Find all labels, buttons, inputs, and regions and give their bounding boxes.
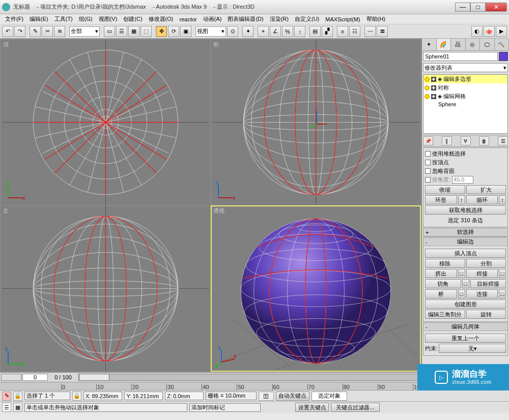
- angle-snap-button[interactable]: ∠: [270, 26, 281, 37]
- align-button[interactable]: ≡: [337, 26, 348, 37]
- extrude-button[interactable]: 挤出: [425, 269, 457, 278]
- layers-button[interactable]: ☷: [349, 26, 360, 37]
- get-stack-sel-button[interactable]: 获取堆栈选择: [425, 205, 506, 215]
- hierarchy-tab[interactable]: 品: [451, 39, 466, 50]
- snap-toggle-button[interactable]: ⌖: [258, 26, 269, 37]
- pivot-button[interactable]: ⊙: [227, 26, 238, 37]
- soft-selection-rollout[interactable]: +软选择: [423, 228, 508, 237]
- material-editor-button[interactable]: ◐: [471, 26, 483, 37]
- object-name-input[interactable]: [423, 52, 498, 61]
- menu-render[interactable]: 渲染(R): [267, 14, 292, 24]
- insert-vertex-button[interactable]: 插入顶点: [425, 249, 506, 258]
- target-weld-button[interactable]: 目标焊接: [470, 279, 506, 288]
- key-mode-icon[interactable]: ⚿: [259, 392, 274, 401]
- bridge-settings-button[interactable]: □: [458, 289, 465, 298]
- scale-button[interactable]: ▣: [180, 26, 191, 37]
- split-button[interactable]: 分割: [466, 259, 506, 268]
- shrink-button[interactable]: 收缩: [425, 185, 465, 194]
- repeat-last-button[interactable]: 重复上一个: [425, 334, 506, 343]
- make-unique-button[interactable]: ∀: [461, 136, 471, 145]
- menu-maxscript[interactable]: MAXScript(M): [322, 15, 363, 23]
- minimize-button[interactable]: —: [455, 3, 470, 12]
- remove-button[interactable]: 移除: [425, 259, 465, 268]
- menu-views[interactable]: 视图(V): [96, 14, 121, 24]
- menu-help[interactable]: 帮助(H): [363, 14, 388, 24]
- chamfer-button[interactable]: 切角: [425, 279, 461, 288]
- turn-button[interactable]: 旋转: [466, 310, 506, 319]
- connect-settings-button[interactable]: □: [499, 289, 506, 298]
- key-filters-button[interactable]: 关键点过滤器...: [331, 403, 380, 412]
- configure-sets-button[interactable]: ☰: [498, 136, 508, 145]
- z-coord-field[interactable]: Z:: [165, 392, 204, 400]
- time-slider-thumb[interactable]: [79, 374, 109, 381]
- render-scene-button[interactable]: 🫖: [484, 26, 495, 37]
- select-button[interactable]: ▭: [104, 26, 115, 37]
- maximize-button[interactable]: □: [470, 3, 486, 12]
- show-end-result-button[interactable]: ∥: [442, 136, 452, 145]
- ring-spinner[interactable]: ↕: [458, 195, 465, 204]
- remove-modifier-button[interactable]: 🗑: [479, 136, 489, 145]
- menu-reactor[interactable]: reactor: [177, 15, 200, 23]
- menu-tools[interactable]: 工具(T): [51, 14, 76, 24]
- create-shape-button[interactable]: 创建图形: [425, 299, 506, 309]
- quick-render-button[interactable]: ▶: [496, 26, 507, 37]
- angle-spinner[interactable]: 45.0: [452, 176, 473, 184]
- select-name-button[interactable]: ☰: [116, 26, 127, 37]
- constraints-dropdown[interactable]: 无 ▾: [439, 344, 506, 353]
- menu-group[interactable]: 组(G): [76, 14, 96, 24]
- select-region-button[interactable]: ▦: [128, 26, 139, 37]
- menu-file[interactable]: 文件(F): [2, 14, 26, 24]
- menu-edit[interactable]: 编辑(E): [26, 14, 51, 24]
- track-bar-left[interactable]: [1, 374, 21, 381]
- ref-coord-dropdown[interactable]: 视图▾: [195, 26, 226, 37]
- viewport-left[interactable]: 左 zy: [1, 206, 210, 371]
- menu-modifiers[interactable]: 修改器(O): [146, 14, 177, 24]
- loop-button[interactable]: 循环: [466, 195, 498, 204]
- menu-customize[interactable]: 自定义(U): [292, 14, 322, 24]
- mirror-button[interactable]: ▞: [322, 26, 333, 37]
- weld-button[interactable]: 焊接: [466, 269, 498, 278]
- redo-button[interactable]: ↷: [14, 26, 25, 37]
- viewport-front[interactable]: 前 zx: [211, 40, 420, 205]
- edit-tri-button[interactable]: 编辑三角剖分: [425, 310, 465, 319]
- viewport-top[interactable]: 顶 yx: [1, 40, 210, 205]
- selection-filter-dropdown[interactable]: 全部▾: [69, 26, 100, 37]
- connect-button[interactable]: 连接: [466, 289, 498, 298]
- motion-tab[interactable]: ◎: [466, 39, 480, 50]
- by-angle-checkbox[interactable]: [425, 177, 431, 183]
- unlink-button[interactable]: ✂: [42, 26, 53, 37]
- lock-icon[interactable]: 🔒: [72, 392, 81, 401]
- menu-animation[interactable]: 动画(A): [200, 14, 225, 24]
- named-sel-button[interactable]: ▤: [309, 26, 321, 37]
- modifier-stack[interactable]: ✚◈编辑多边形 ✚对称 ✚◈编辑网格 Sphere: [423, 74, 508, 134]
- stack-item-editmesh[interactable]: ✚◈编辑网格: [423, 92, 507, 101]
- spinner-snap-button[interactable]: ↕: [294, 26, 305, 37]
- percent-snap-button[interactable]: %: [282, 26, 293, 37]
- time-tag-field[interactable]: 添加时间标记: [189, 403, 261, 412]
- stack-item-editpoly[interactable]: ✚◈编辑多边形: [423, 75, 507, 83]
- chamfer-settings-button[interactable]: □: [462, 279, 469, 288]
- extrude-settings-button[interactable]: □: [458, 269, 465, 278]
- menu-create[interactable]: 创建(C): [120, 14, 145, 24]
- modify-tab[interactable]: 🌈: [437, 39, 451, 50]
- grow-button[interactable]: 扩大: [466, 185, 506, 194]
- use-stack-checkbox[interactable]: [425, 151, 431, 157]
- prompt-icon[interactable]: ☰: [2, 403, 11, 412]
- ring-button[interactable]: 环形: [425, 195, 457, 204]
- link-button[interactable]: ✎: [30, 26, 41, 37]
- stack-item-symmetry[interactable]: ✚对称: [423, 83, 507, 92]
- loop-spinner[interactable]: ↕: [499, 195, 506, 204]
- by-vertex-checkbox[interactable]: [425, 160, 431, 165]
- create-tab[interactable]: ✦: [422, 39, 437, 50]
- object-color-swatch[interactable]: [499, 52, 508, 61]
- rotate-button[interactable]: ⟳: [168, 26, 179, 37]
- current-frame-field[interactable]: 0: [22, 374, 48, 381]
- move-button[interactable]: ✥: [156, 26, 167, 37]
- bridge-button[interactable]: 桥: [425, 289, 457, 298]
- select-manipulate-button[interactable]: ✦: [242, 26, 253, 37]
- schematic-button[interactable]: 〓: [377, 26, 388, 37]
- stack-item-sphere[interactable]: Sphere: [423, 101, 507, 108]
- window-crossing-button[interactable]: ⬚: [140, 26, 152, 37]
- viewport-perspective[interactable]: 透视: [211, 206, 420, 371]
- modifier-list-dropdown[interactable]: 修改器列表▾: [423, 63, 508, 72]
